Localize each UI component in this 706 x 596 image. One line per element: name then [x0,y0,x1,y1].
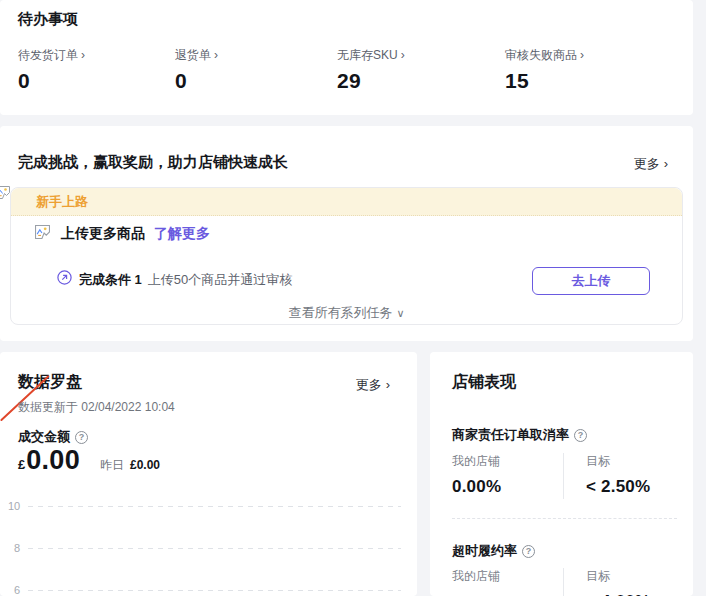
help-icon[interactable]: ? [75,431,88,444]
condition-row: 完成条件 1 上传50个商品并通过审核 [57,270,292,289]
my-shop-value: -- [452,592,563,596]
y-axis-tick: 10 [8,500,28,512]
view-all-series-tasks[interactable]: 查看所有系列任务∨ [0,304,693,322]
target-column: 目标 < 2.50% [564,453,675,499]
metric-columns: 我的店铺 -- 目标 < 4.00% [452,568,677,596]
chart-gridline-row: 10 [8,500,401,512]
yesterday-label: 昨日 [100,457,124,474]
todo-item-value: 0 [18,69,85,93]
go-upload-button[interactable]: 去上传 [532,267,650,295]
gmv-label: 成交金额 [18,428,70,446]
yesterday-value: £0.00 [130,458,160,472]
task-row: 上传更多商品 了解更多 [35,225,210,243]
condition-description: 上传50个商品并通过审核 [148,271,292,289]
condition-label: 完成条件 1 [79,271,142,289]
todo-item-awaiting-shipment[interactable]: 待发货订单› 0 [18,47,85,93]
todo-item-value: 15 [505,69,584,93]
seller-dashboard-page: 待办事项 待发货订单› 0 退货单› 0 无库存SKU› 29 审核失败商品› … [0,0,706,596]
todo-item-label: 审核失败商品 [505,48,577,62]
todo-item-label: 待发货订单 [18,48,78,62]
series-banner-title: 新手上路 [36,193,88,211]
todo-card: 待办事项 待发货订单› 0 退货单› 0 无库存SKU› 29 审核失败商品› … [0,0,693,115]
series-banner: 新手上路 [11,188,682,216]
challenge-card: 完成挑战，赢取奖励，助力店铺快速成长 更多› 新手上路 [0,126,693,341]
y-axis-tick: 8 [8,542,28,554]
broken-image-icon [35,225,50,243]
todo-item-returns[interactable]: 退货单› 0 [175,47,218,93]
chart-gridline-row: 8 [8,542,401,554]
performance-title: 店铺表现 [452,372,516,393]
gmv-value-row: £ 0.00 昨日 £0.00 [18,445,160,476]
challenge-title: 完成挑战，赢取奖励，助力店铺快速成长 [18,153,288,172]
horizontal-divider [452,518,677,519]
y-axis-tick: 6 [8,584,28,596]
task-title: 上传更多商品 [61,225,145,243]
todo-item-label: 退货单 [175,48,211,62]
gmv-value: 0.00 [26,445,80,476]
help-icon[interactable]: ? [522,545,535,558]
my-shop-column: 我的店铺 0.00% [452,453,563,499]
chevron-right-icon: › [81,48,85,62]
data-updated-text: 数据更新于 02/04/2022 10:04 [18,399,175,416]
gridline [28,590,401,591]
chevron-right-icon: › [386,377,390,392]
todo-item-label: 无库存SKU [337,48,398,62]
metric-label-row: 商家责任订单取消率 ? [452,426,587,444]
todo-item-failed-review-products[interactable]: 审核失败商品› 15 [505,47,584,93]
target-label: 目标 [586,453,675,470]
arrow-up-right-circle-icon [57,270,72,289]
challenge-more-link[interactable]: 更多› [634,155,668,173]
chart-gridline-row: 6 [8,584,401,596]
target-label: 目标 [586,568,675,585]
gridline [28,506,401,507]
todo-item-out-of-stock-sku[interactable]: 无库存SKU› 29 [337,47,405,93]
data-compass-card: 数据罗盘 更多› 数据更新于 02/04/2022 10:04 成交金额 ? £… [0,352,417,596]
currency-symbol: £ [18,457,25,472]
chevron-right-icon: › [580,48,584,62]
compass-more-link[interactable]: 更多› [356,376,390,394]
target-value: < 4.00% [586,592,675,596]
my-shop-value: 0.00% [452,477,563,497]
metric-columns: 我的店铺 0.00% 目标 < 2.50% [452,453,677,499]
gridline [28,548,401,549]
compass-title: 数据罗盘 [18,372,82,393]
todo-item-value: 0 [175,69,218,93]
my-shop-column: 我的店铺 -- [452,568,563,596]
chevron-right-icon: › [214,48,218,62]
learn-more-link[interactable]: 了解更多 [154,225,210,243]
my-shop-label: 我的店铺 [452,568,563,585]
todo-item-value: 29 [337,69,405,93]
metric-label: 超时履约率 [452,542,517,560]
gmv-label-row: 成交金额 ? [18,428,88,446]
chevron-right-icon: › [401,48,405,62]
my-shop-label: 我的店铺 [452,453,563,470]
shop-performance-card: 店铺表现 商家责任订单取消率 ? 我的店铺 0.00% 目标 < 2.50% 超… [430,352,693,596]
target-value: < 2.50% [586,477,675,497]
target-column: 目标 < 4.00% [564,568,675,596]
chevron-down-icon: ∨ [396,307,404,319]
chevron-right-icon: › [664,156,668,171]
todo-title: 待办事项 [18,10,78,29]
broken-image-icon [0,185,10,203]
metric-label: 商家责任订单取消率 [452,426,569,444]
help-icon[interactable]: ? [574,429,587,442]
metric-label-row: 超时履约率 ? [452,542,535,560]
